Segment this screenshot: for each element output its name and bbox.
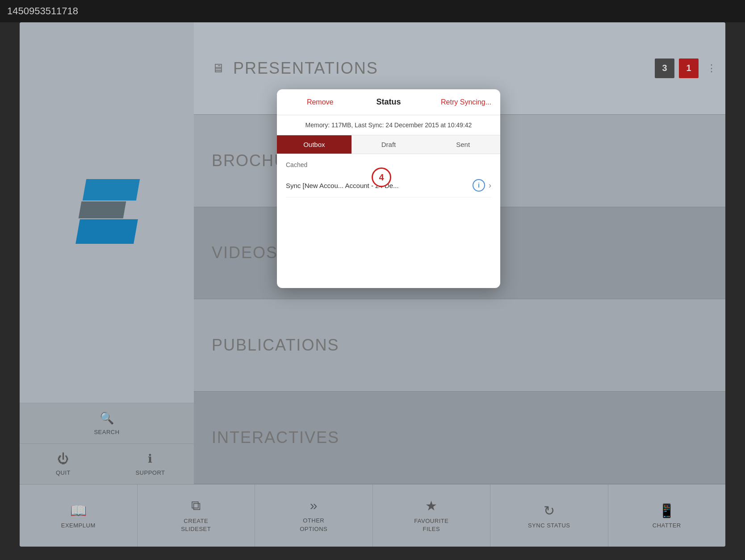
tab-draft-label: Draft xyxy=(381,141,396,148)
other-options-label: OTHEROPTIONS xyxy=(300,517,327,533)
logo-bot-stripe xyxy=(75,219,138,244)
info-button[interactable]: i xyxy=(473,179,485,192)
info-icon: ℹ xyxy=(148,452,153,466)
sync-item[interactable]: Sync [New Accou... Account - 24 De... 4 … xyxy=(286,174,491,197)
title-id: 1450953511718 xyxy=(7,5,78,17)
other-options-button[interactable]: » OTHEROPTIONS xyxy=(255,485,373,547)
modal-info-text: Memory: 117MB, Last Sync: 24 December 20… xyxy=(277,115,500,135)
favourite-files-button[interactable]: ★ FAVOURITEFILES xyxy=(373,485,491,547)
status-modal: Remove Status Retry Syncing... Memory: 1… xyxy=(277,89,500,288)
exemplum-button[interactable]: 📖 EXEMPLUM xyxy=(20,485,138,547)
tab-sent[interactable]: Sent xyxy=(426,135,500,154)
sidebar-quit-support-row: ⏻ QUIT ℹ SUPPORT xyxy=(20,443,194,484)
badge-red-1: 1 xyxy=(679,59,699,78)
chevrons-icon: » xyxy=(310,498,318,513)
book-icon: 📖 xyxy=(70,503,87,518)
phone-icon: 📱 xyxy=(658,503,675,518)
modal-body: Cached Sync [New Accou... Account - 24 D… xyxy=(277,154,500,288)
presentations-badges: 3 1 xyxy=(655,59,699,78)
interactives-cell[interactable]: INTERACTIVES xyxy=(194,392,725,484)
badge-4: 4 xyxy=(372,167,391,187)
publications-cell[interactable]: PUBLICATIONS xyxy=(194,299,725,391)
sidebar-search-row: 🔍 SEARCH xyxy=(20,403,194,443)
grid-row-interactives: INTERACTIVES xyxy=(194,392,725,484)
titlebar: 1450953511718 xyxy=(0,0,745,22)
create-slideset-label: CREATESLIDESET xyxy=(181,517,211,533)
create-slideset-button[interactable]: ⧉ CREATESLIDESET xyxy=(138,485,255,547)
sidebar: 🔍 SEARCH ⏻ QUIT ℹ SUPPORT xyxy=(20,22,194,484)
search-icon: 🔍 xyxy=(100,411,114,425)
layers-icon: ⧉ xyxy=(191,498,201,514)
tab-outbox[interactable]: Outbox xyxy=(277,135,352,154)
sync-icon: ↻ xyxy=(544,503,555,518)
more-icon: ⋮ xyxy=(707,63,716,74)
tab-draft[interactable]: Draft xyxy=(352,135,426,154)
star-icon: ★ xyxy=(425,498,438,514)
modal-retry-label: Retry Syncing... xyxy=(441,98,491,106)
sync-status-label: SYNC STATUS xyxy=(528,522,570,529)
presentations-icon: 🖥 xyxy=(212,61,224,75)
search-label: SEARCH xyxy=(94,429,119,435)
sync-status-button[interactable]: ↻ SYNC STATUS xyxy=(490,485,608,547)
grid-row-publications: PUBLICATIONS xyxy=(194,299,725,392)
modal-header: Remove Status Retry Syncing... xyxy=(277,89,500,115)
logo-mid-stripe xyxy=(79,201,126,218)
logo-top-stripe xyxy=(83,179,140,201)
power-icon: ⏻ xyxy=(57,452,69,466)
tab-sent-label: Sent xyxy=(456,141,470,148)
modal-retry-button[interactable]: Retry Syncing... xyxy=(423,98,491,106)
chatter-label: CHATTER xyxy=(653,522,681,529)
quit-button[interactable]: ⏻ QUIT xyxy=(20,443,107,484)
chevron-right-icon: › xyxy=(489,181,491,190)
publications-label: PUBLICATIONS xyxy=(212,336,339,355)
badge-gray-3: 3 xyxy=(655,59,674,78)
sidebar-actions: 🔍 SEARCH ⏻ QUIT ℹ SUPPORT xyxy=(20,403,194,484)
chatter-button[interactable]: 📱 CHATTER xyxy=(608,485,726,547)
modal-title: Status xyxy=(354,97,423,107)
interactives-label: INTERACTIVES xyxy=(212,428,339,447)
support-button[interactable]: ℹ SUPPORT xyxy=(107,443,194,484)
bottom-toolbar: 📖 EXEMPLUM ⧉ CREATESLIDESET » OTHEROPTIO… xyxy=(20,484,725,547)
logo xyxy=(75,179,138,251)
search-button[interactable]: 🔍 SEARCH xyxy=(20,403,194,443)
videos-label: VIDEOS xyxy=(212,243,278,262)
modal-remove-button[interactable]: Remove xyxy=(286,98,354,106)
modal-remove-label: Remove xyxy=(307,98,334,106)
quit-label: QUIT xyxy=(56,469,71,476)
modal-tabs: Outbox Draft Sent xyxy=(277,135,500,154)
support-label: SUPPORT xyxy=(135,469,165,476)
tab-outbox-label: Outbox xyxy=(303,141,325,148)
cached-label: Cached xyxy=(286,161,491,168)
favourite-files-label: FAVOURITEFILES xyxy=(414,517,448,533)
logo-area xyxy=(20,31,194,403)
presentations-label: PRESENTATIONS xyxy=(233,59,378,78)
exemplum-label: EXEMPLUM xyxy=(61,522,96,529)
